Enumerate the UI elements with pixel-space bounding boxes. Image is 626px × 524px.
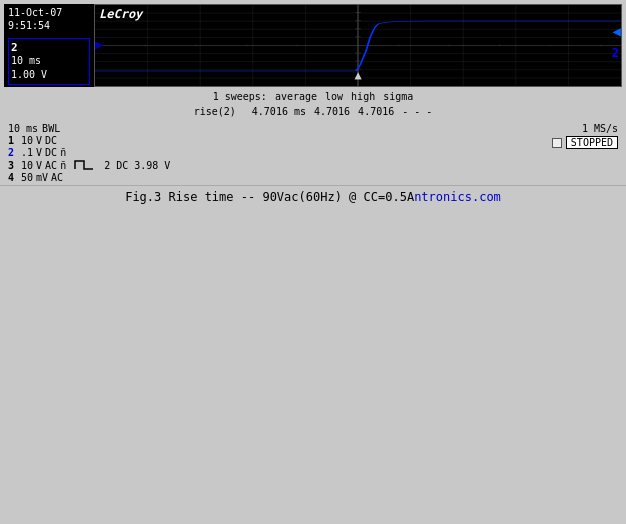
sigma-value: - - - <box>402 104 432 119</box>
ch4-row: 4 50 mV AC <box>8 172 170 183</box>
sample-rate: 1 MS/s <box>582 123 618 134</box>
status-row: STOPPED <box>552 136 618 149</box>
scope-screen: LeCroy ▶ ◀ 2 ▲ <box>94 4 622 87</box>
ch3-extra: ñ <box>60 160 66 171</box>
ch1-label: 2 <box>11 41 87 54</box>
ch2-dc-label: 2 DC 3.98 V <box>104 160 170 171</box>
caption-text: Fig.3 Rise time -- 90Vac(60Hz) @ CC=0.5A <box>125 190 414 204</box>
brand-label: LeCroy <box>99 7 142 21</box>
ch1-volts: 10 <box>21 135 33 146</box>
main-container: 11-Oct-07 9:51:54 2 10 ms 1.00 V LeCroy … <box>0 0 626 524</box>
avg-header: average <box>275 89 317 104</box>
ch1-num: 1 <box>8 135 18 146</box>
timestamp-time: 9:51:54 <box>8 19 90 32</box>
timebase-value: 10 ms <box>8 123 38 134</box>
measurement-name: rise(2) <box>194 104 236 119</box>
bottom-left-panel: 10 ms BWL 1 10 V DC 2 .1 V DC ñ 3 <box>8 123 170 183</box>
high-header: high <box>351 89 375 104</box>
avg-value: 4.7016 ms <box>252 104 306 119</box>
bottom-main-row: 10 ms BWL 1 10 V DC 2 .1 V DC ñ 3 <box>8 123 618 183</box>
ch1-timebase: 10 ms 1.00 V <box>11 54 87 82</box>
ch2-volts: .1 <box>21 147 33 158</box>
info-panel: 11-Oct-07 9:51:54 2 10 ms 1.00 V <box>4 4 94 87</box>
ch2-num: 2 <box>8 147 18 158</box>
ch4-coupling: AC <box>51 172 63 183</box>
stats-bar: 1 sweeps: average low high sigma rise(2)… <box>0 87 626 121</box>
ch1-info-box: 2 10 ms 1.00 V <box>8 38 90 85</box>
timebase-bwl-row: 10 ms BWL <box>8 123 170 134</box>
stats-header-row: 1 sweeps: average low high sigma <box>8 89 618 104</box>
square-wave-icon <box>73 159 95 171</box>
low-value: 4.7016 <box>314 104 350 119</box>
ch3-volts: 10 <box>21 160 33 171</box>
timestamp: 11-Oct-07 9:51:54 <box>8 6 90 32</box>
status-indicator <box>552 138 562 148</box>
sigma-header: sigma <box>383 89 413 104</box>
caption-suffix: ntronics.com <box>414 190 501 204</box>
ch2-extra: ñ <box>60 147 66 158</box>
status-badge: STOPPED <box>566 136 618 149</box>
scope-area: 11-Oct-07 9:51:54 2 10 ms 1.00 V LeCroy … <box>0 0 626 87</box>
trigger-right-arrow: ◀ <box>613 23 621 39</box>
low-header: low <box>325 89 343 104</box>
trigger-left-arrow: ▶ <box>95 36 103 52</box>
bottom-bar: 10 ms BWL 1 10 V DC 2 .1 V DC ñ 3 <box>0 121 626 185</box>
sweeps-count: 1 sweeps: <box>213 89 267 104</box>
stats-values-row: rise(2) 4.7016 ms 4.7016 4.7016 - - - <box>8 104 618 119</box>
ch2-side-label: 2 <box>612 46 619 60</box>
timestamp-date: 11-Oct-07 <box>8 6 90 19</box>
high-value: 4.7016 <box>358 104 394 119</box>
ch4-unit: mV <box>36 172 48 183</box>
ch2-coupling: DC <box>45 147 57 158</box>
ch1-unit: V <box>36 135 42 146</box>
ch3-coupling: AC <box>45 160 57 171</box>
ch3-row: 3 10 V AC ñ 2 DC 3.98 V <box>8 159 170 171</box>
ch3-num: 3 <box>8 160 18 171</box>
bottom-right-panel: 1 MS/s STOPPED <box>552 123 618 149</box>
ch2-unit: V <box>36 147 42 158</box>
ch2-row: 2 .1 V DC ñ <box>8 147 170 158</box>
ch4-num: 4 <box>8 172 18 183</box>
ch1-row: 1 10 V DC <box>8 135 170 146</box>
ch4-volts: 50 <box>21 172 33 183</box>
caption-bar: Fig.3 Rise time -- 90Vac(60Hz) @ CC=0.5A… <box>0 185 626 206</box>
trigger-bottom-arrow: ▲ <box>354 68 361 82</box>
ch1-coupling: DC <box>45 135 57 146</box>
ch3-unit: V <box>36 160 42 171</box>
bwl-label: BWL <box>42 123 60 134</box>
